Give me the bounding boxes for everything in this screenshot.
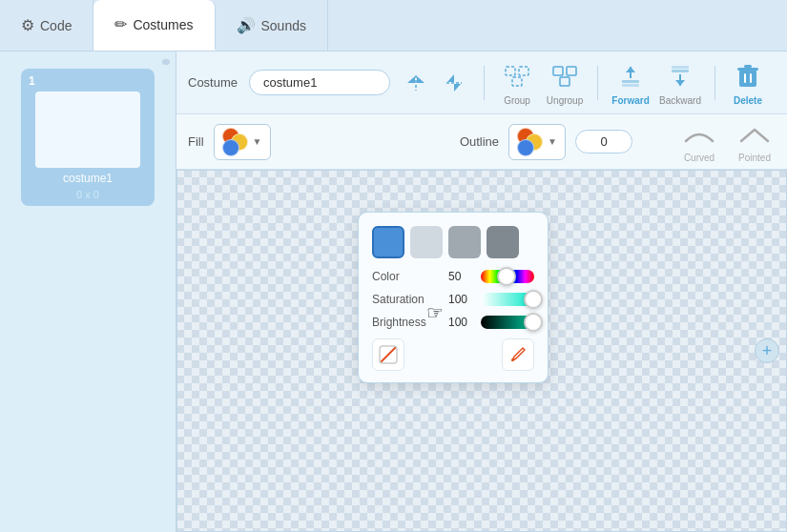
svg-rect-17 (744, 73, 746, 83)
tab-code[interactable]: ⚙ Code (0, 0, 93, 51)
svg-rect-20 (744, 65, 752, 68)
pointed-icon (739, 126, 770, 145)
costume-number: 1 (29, 74, 35, 88)
light-gray-color-btn[interactable] (410, 226, 443, 258)
add-button[interactable]: + (755, 338, 779, 363)
fill-color-button[interactable]: ▼ (214, 124, 271, 160)
svg-rect-15 (672, 66, 689, 69)
svg-rect-16 (739, 70, 756, 87)
color-slider-value: 50 (448, 270, 473, 283)
toolbar-separator-2 (597, 66, 598, 100)
color-type-row (372, 226, 534, 258)
saturation-slider-row: Saturation 100 (372, 293, 534, 306)
costume-card[interactable]: 1 costume1 0 x 0 (21, 69, 155, 206)
canvas-area[interactable]: Color 50 Saturation 100 (176, 170, 787, 532)
group-icon (505, 66, 529, 87)
forward-label: Forward (611, 95, 649, 106)
costume-name-input[interactable] (249, 70, 390, 95)
eyedropper-btn[interactable] (502, 338, 534, 371)
curved-icon (684, 126, 715, 145)
outline-color-circles (517, 128, 546, 156)
pointed-button[interactable] (734, 120, 776, 151)
outline-value-input[interactable] (575, 130, 632, 153)
sounds-icon: 🔊 (237, 16, 256, 34)
ungroup-icon (552, 66, 577, 87)
flip-v-button[interactable] (438, 67, 470, 99)
svg-rect-4 (512, 77, 522, 86)
backward-label: Backward (659, 95, 701, 106)
ungroup-label: Ungroup (547, 95, 583, 106)
fill-outline-row: Fill ▼ Outline ▼ (176, 114, 787, 170)
transparent-color-btn[interactable] (372, 338, 404, 371)
brightness-slider-label: Brightness (372, 316, 441, 329)
group-button[interactable] (498, 59, 536, 93)
svg-rect-11 (622, 84, 639, 87)
curved-label: Curved (684, 153, 715, 163)
right-panel: Costume (176, 51, 787, 532)
delete-tool: Delete (729, 59, 767, 106)
curved-button[interactable] (678, 120, 720, 151)
outline-color-button[interactable]: ▼ (508, 124, 566, 160)
brightness-slider-value: 100 (448, 316, 473, 329)
tab-costumes[interactable]: ✏ Costumes (93, 0, 215, 51)
toolbar-separator-3 (715, 66, 715, 100)
backward-button[interactable] (661, 59, 699, 93)
ungroup-button[interactable] (546, 59, 584, 93)
costumes-panel: 1 costume1 0 x 0 (0, 51, 176, 532)
toolbar-separator-1 (484, 66, 485, 100)
solid-color-btn[interactable] (372, 226, 404, 258)
color-slider-thumb[interactable] (497, 267, 516, 286)
fill-dropdown-arrow: ▼ (253, 136, 262, 147)
saturation-slider-thumb[interactable] (524, 290, 543, 309)
color-slider-label: Color (372, 270, 441, 283)
svg-marker-9 (626, 67, 635, 72)
transparent-icon (379, 345, 398, 364)
brightness-slider-track[interactable] (481, 316, 534, 329)
tab-costumes-label: Costumes (133, 17, 193, 32)
pointed-tool: Pointed (734, 120, 776, 163)
svg-rect-6 (567, 67, 576, 75)
color-slider-row: Color 50 (372, 270, 534, 283)
costume-preview (35, 92, 140, 168)
svg-rect-7 (560, 77, 570, 86)
saturation-slider-label: Saturation (372, 293, 441, 306)
group-tool: Group (498, 59, 536, 106)
forward-icon (619, 65, 642, 88)
mid-gray-color-btn[interactable] (448, 226, 481, 258)
outline-dropdown-arrow: ▼ (548, 136, 557, 147)
tab-sounds-label: Sounds (261, 18, 306, 33)
flip-h-icon (405, 74, 426, 92)
toolbar: Costume (176, 51, 787, 114)
flip-v-icon (445, 72, 463, 93)
add-icon: + (762, 342, 773, 359)
svg-line-21 (381, 347, 396, 362)
delete-button[interactable] (729, 59, 767, 93)
brightness-slider-thumb[interactable] (524, 313, 543, 332)
brightness-slider-row: Brightness 100 (372, 316, 534, 329)
costume-card-name: costume1 (63, 172, 113, 185)
eyedropper-icon (508, 345, 528, 364)
top-tabs: ⚙ Code ✏ Costumes 🔊 Sounds (0, 0, 787, 51)
outline-circle-blue (517, 139, 534, 156)
flip-buttons (400, 67, 470, 99)
flip-h-button[interactable] (400, 67, 432, 99)
color-slider-track[interactable] (481, 270, 534, 283)
backward-tool: Backward (659, 59, 701, 106)
saturation-slider-value: 100 (448, 293, 473, 306)
delete-label: Delete (734, 95, 762, 106)
saturation-slider-track[interactable] (481, 293, 534, 306)
pointed-label: Pointed (738, 153, 771, 163)
svg-rect-3 (519, 67, 528, 75)
scroll-top-indicator (162, 59, 170, 65)
svg-rect-2 (506, 67, 515, 75)
svg-rect-10 (622, 80, 639, 83)
picker-bottom-row (372, 338, 534, 371)
group-label: Group (504, 95, 530, 106)
outline-label: Outline (460, 134, 499, 149)
fill-label: Fill (188, 134, 204, 149)
tab-sounds[interactable]: 🔊 Sounds (216, 0, 328, 51)
forward-button[interactable] (611, 59, 650, 93)
dark-gray-color-btn[interactable] (487, 226, 519, 258)
delete-icon (737, 64, 758, 89)
main-area: 1 costume1 0 x 0 Costume (0, 51, 787, 532)
